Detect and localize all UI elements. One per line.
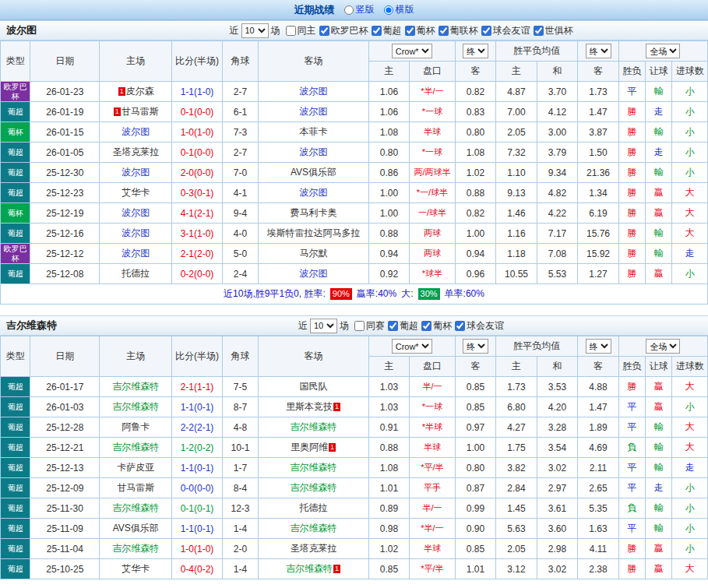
filter-option[interactable]: 世俱杯 — [530, 24, 573, 37]
red-card-badge: 1 — [329, 443, 336, 452]
team-link[interactable]: 吉尔维森特 — [112, 502, 159, 513]
match-date: 26-01-23 — [30, 82, 100, 102]
filter-option[interactable]: 球会友谊 — [452, 319, 504, 333]
team-name[interactable]: 波尔图 — [6, 23, 92, 37]
team-link[interactable]: 本菲卡 — [299, 126, 327, 137]
team-link[interactable]: 皮尔森 — [126, 86, 154, 97]
team-link[interactable]: 吉尔维森特 — [112, 442, 159, 452]
odds-source-cell: Crow* — [368, 41, 455, 62]
team-link[interactable]: 波尔图 — [299, 187, 327, 198]
odds-handicap: 两球 — [410, 244, 456, 264]
team-link[interactable]: 吉尔维森特 — [290, 421, 336, 432]
result-handicap: 輸 — [646, 417, 672, 438]
team-link[interactable]: 波尔图 — [122, 207, 150, 218]
odds-away: 0.85 — [455, 539, 496, 559]
filter-checkbox[interactable] — [388, 321, 398, 331]
filter-checkbox[interactable] — [286, 26, 296, 36]
filter-checkbox[interactable] — [319, 26, 329, 36]
filter-checkbox[interactable] — [405, 26, 415, 36]
view-option-vertical[interactable]: 竖版 — [344, 3, 375, 16]
away-team: 埃斯特雷拉达阿马多拉 — [259, 224, 368, 244]
col-odds-home: 主 — [368, 62, 410, 82]
odds-source-select[interactable]: Crow* — [392, 339, 432, 354]
team-link[interactable]: 阿鲁卡 — [122, 421, 150, 432]
team-link[interactable]: 艾华卡 — [122, 187, 150, 198]
team-link[interactable]: 托德拉 — [299, 502, 327, 513]
team-link[interactable]: 埃斯特雷拉达阿马多拉 — [266, 227, 360, 238]
filter-checkbox[interactable] — [439, 26, 449, 36]
team-link[interactable]: 里奥阿维 — [291, 442, 328, 452]
scope-select[interactable]: 全场 — [646, 339, 680, 354]
team-link[interactable]: 波尔图 — [122, 167, 150, 178]
col-goals: 进球数 — [672, 357, 708, 377]
filter-option[interactable]: 葡超 — [385, 319, 418, 333]
filter-option[interactable]: 葡杯 — [418, 319, 452, 333]
team-link[interactable]: 波尔图 — [299, 106, 327, 117]
team-name[interactable]: 吉尔维森特 — [6, 319, 92, 333]
match-count-select[interactable]: 10 — [241, 23, 269, 38]
team-link[interactable]: 艾华卡 — [122, 563, 150, 574]
result-handicap: 贏 — [646, 539, 672, 559]
filter-option[interactable]: 欧罗巴杯 — [316, 24, 368, 37]
match-date: 25-11-04 — [30, 539, 100, 559]
final-select[interactable]: 终 — [463, 44, 488, 58]
team-link[interactable]: 甘马雷斯 — [117, 482, 154, 493]
odds-home: 0.91 — [368, 417, 410, 438]
team-link[interactable]: 吉尔维森特 — [286, 563, 333, 574]
team-link[interactable]: 费马利卡奥 — [290, 207, 336, 218]
result-wdl: 勝 — [618, 122, 645, 143]
team-link[interactable]: 吉尔维森特 — [112, 543, 159, 554]
games-label: 场 — [271, 24, 280, 37]
filter-option[interactable]: 同主 — [283, 24, 316, 37]
team-link[interactable]: 国民队 — [299, 381, 327, 392]
filter-checkbox[interactable] — [481, 26, 491, 36]
team-link[interactable]: 波尔图 — [122, 227, 150, 238]
match-row: 葡超25-10-25艾华卡0-4(0-2)1-4吉尔维森特10.85*平/半1.… — [1, 559, 708, 579]
team-link[interactable]: 吉尔维森特 — [290, 462, 336, 473]
team-link[interactable]: 波尔图 — [299, 268, 327, 279]
result-goals: 小 — [672, 163, 708, 183]
horizontal-radio[interactable] — [384, 5, 393, 15]
team-link[interactable]: 吉尔维森特 — [112, 401, 159, 412]
filter-checkbox[interactable] — [455, 321, 465, 331]
filter-option[interactable]: 同赛 — [351, 319, 385, 333]
filter-option[interactable]: 葡杯 — [402, 24, 435, 37]
team-link[interactable]: 里斯本竞技 — [286, 401, 333, 412]
odds-source-select[interactable]: Crow* — [392, 44, 432, 58]
team-link[interactable]: 甘马雷斯 — [122, 106, 159, 117]
team-link[interactable]: 马尔默 — [299, 248, 327, 259]
match-count-select[interactable]: 10 — [310, 319, 337, 333]
result-handicap: 輸 — [646, 458, 672, 478]
filter-option[interactable]: 葡联杯 — [435, 24, 478, 37]
filter-checkbox[interactable] — [534, 26, 544, 36]
filter-checkbox[interactable] — [354, 321, 365, 331]
team-link[interactable]: 吉尔维森特 — [290, 523, 336, 533]
matches-tbody: 葡超26-01-17吉尔维森特2-1(1-1)7-5国民队1.03半/一0.85… — [1, 377, 708, 579]
team-link[interactable]: 卡萨皮亚 — [117, 462, 154, 473]
team-link[interactable]: 圣塔克莱拉 — [290, 543, 336, 554]
final-select-2[interactable]: 终 — [586, 339, 611, 354]
avg-home-odds: 2.05 — [496, 122, 537, 143]
team-link[interactable]: 波尔图 — [299, 86, 327, 97]
view-option-horizontal[interactable]: 横版 — [384, 3, 414, 16]
final-select-2[interactable]: 终 — [586, 44, 611, 58]
team-link[interactable]: 圣塔克莱拉 — [112, 146, 159, 157]
team-link[interactable]: 吉尔维森特 — [112, 381, 159, 392]
team-link[interactable]: AVS俱乐部 — [113, 523, 159, 533]
filter-option[interactable]: 葡超 — [368, 24, 402, 37]
vertical-radio[interactable] — [344, 5, 354, 15]
scope-select[interactable]: 全场 — [646, 44, 680, 58]
filter-option[interactable]: 球会友谊 — [478, 24, 530, 37]
filter-checkbox[interactable] — [421, 321, 431, 331]
odds-home: 1.00 — [368, 203, 410, 224]
final-select[interactable]: 终 — [463, 339, 488, 354]
team-link[interactable]: AVS俱乐部 — [291, 167, 336, 178]
avg-home-odds: 1.10 — [496, 163, 537, 183]
team-link[interactable]: 波尔图 — [122, 248, 150, 259]
team-link[interactable]: 波尔图 — [122, 126, 150, 137]
team-link[interactable]: 托德拉 — [122, 268, 150, 279]
filter-checkbox[interactable] — [372, 26, 382, 36]
away-team: 波尔图 — [259, 102, 368, 122]
team-link[interactable]: 波尔图 — [299, 146, 327, 157]
team-link[interactable]: 吉尔维森特 — [290, 482, 336, 493]
